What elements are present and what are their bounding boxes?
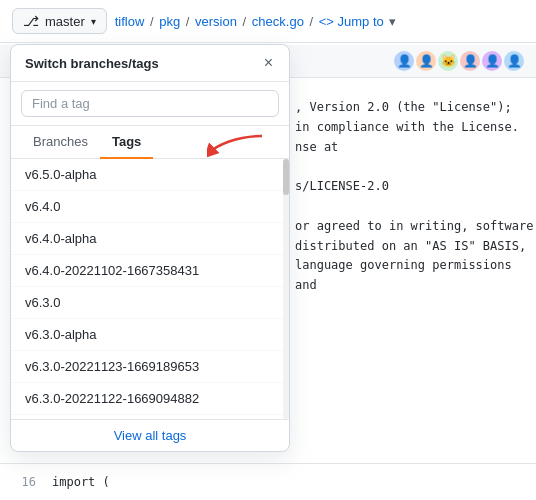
code-line: nse at (295, 138, 536, 158)
branch-tag-dropdown: Switch branches/tags × Branches Tags v6.… (10, 44, 290, 452)
breadcrumb-tiflow[interactable]: tiflow (115, 14, 145, 29)
avatars: 👤 👤 🐱 👤 👤 👤 (394, 51, 524, 71)
dropdown-header: Switch branches/tags × (11, 45, 289, 82)
code-line (295, 197, 536, 217)
avatar: 👤 (504, 51, 524, 71)
tag-search-input[interactable] (21, 90, 279, 117)
close-button[interactable]: × (262, 55, 275, 71)
view-all-tags-link[interactable]: View all tags (11, 419, 289, 451)
tag-item[interactable]: v6.3.0-20221121-1669020272 (11, 415, 289, 419)
scrollbar-track (283, 159, 289, 419)
right-code-lines: , Version 2.0 (the "License"); in compli… (295, 90, 536, 304)
breadcrumb-version[interactable]: version (195, 14, 237, 29)
code-line: distributed on an "AS IS" BASIS, (295, 237, 536, 257)
tag-item[interactable]: v6.4.0-20221102-1667358431 (11, 255, 289, 287)
code-line: or agreed to in writing, software (295, 217, 536, 237)
breadcrumb-sep1: / (150, 14, 157, 29)
breadcrumb-pkg[interactable]: pkg (159, 14, 180, 29)
breadcrumb-arrow: ▾ (389, 14, 396, 29)
breadcrumb-sep2: / (186, 14, 193, 29)
tag-item[interactable]: v6.3.0-20221122-1669094882 (11, 383, 289, 415)
breadcrumb-jumpto[interactable]: <> Jump to (319, 14, 384, 29)
tab-branches[interactable]: Branches (21, 126, 100, 159)
tab-tags[interactable]: Tags (100, 126, 153, 159)
code-text: import ( (52, 472, 110, 492)
code-line-16: 16 import ( (16, 472, 520, 492)
dropdown-chevron-icon: ▾ (91, 16, 96, 27)
code-line: s/LICENSE-2.0 (295, 177, 536, 197)
breadcrumb-checkgo[interactable]: check.go (252, 14, 304, 29)
breadcrumb-sep4: / (310, 14, 317, 29)
tag-item[interactable]: v6.5.0-alpha (11, 159, 289, 191)
avatar: 👤 (394, 51, 414, 71)
avatar: 👤 (482, 51, 502, 71)
bottom-code-section: 16 import ( (0, 463, 536, 500)
breadcrumb-sep3: / (243, 14, 250, 29)
scrollbar-thumb[interactable] (283, 159, 289, 195)
tag-item[interactable]: v6.3.0-20221123-1669189653 (11, 351, 289, 383)
dropdown-title: Switch branches/tags (25, 56, 159, 71)
branch-icon: ⎇ (23, 13, 39, 29)
tag-item[interactable]: v6.4.0 (11, 191, 289, 223)
tag-item[interactable]: v6.4.0-alpha (11, 223, 289, 255)
code-line: language governing permissions and (295, 256, 536, 296)
avatar: 🐱 (438, 51, 458, 71)
avatar: 👤 (460, 51, 480, 71)
tag-item[interactable]: v6.3.0 (11, 287, 289, 319)
tag-list: v6.5.0-alpha v6.4.0 v6.4.0-alpha v6.4.0-… (11, 159, 289, 419)
branch-label: master (45, 14, 85, 29)
code-line: , Version 2.0 (the "License"); (295, 98, 536, 118)
breadcrumb: tiflow / pkg / version / check.go / <> J… (115, 14, 399, 29)
avatar: 👤 (416, 51, 436, 71)
top-bar: ⎇ master ▾ tiflow / pkg / version / chec… (0, 0, 536, 43)
arrow-indicator (207, 131, 267, 159)
tag-item[interactable]: v6.3.0-alpha (11, 319, 289, 351)
code-line (295, 157, 536, 177)
line-number: 16 (16, 472, 36, 492)
branch-button[interactable]: ⎇ master ▾ (12, 8, 107, 34)
code-line: in compliance with the License. (295, 118, 536, 138)
search-box (11, 82, 289, 126)
tabs-row: Branches Tags (11, 126, 289, 159)
